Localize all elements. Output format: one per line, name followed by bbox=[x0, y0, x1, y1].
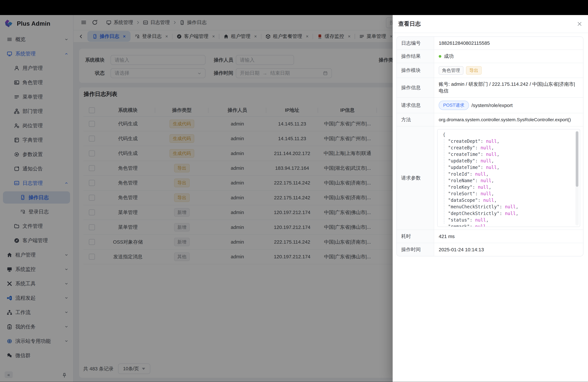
detail-row-log-id: 日志编号 1882612840802115585 bbox=[397, 37, 583, 50]
row-label: 请求信息 bbox=[397, 98, 434, 113]
indent-guide bbox=[444, 139, 444, 224]
code-line: "menuCheckStrictly": null, bbox=[443, 203, 571, 210]
detail-row-result: 操作结果 成功 bbox=[397, 50, 583, 63]
row-label: 操作结果 bbox=[397, 50, 434, 63]
drawer-header: 查看日志 bbox=[393, 15, 588, 33]
code-scrollbar bbox=[575, 130, 579, 226]
detail-row-method: 方法 org.dromara.system.controller.system.… bbox=[397, 113, 583, 127]
success-dot bbox=[439, 55, 441, 58]
code-line: "updateBy": null, bbox=[443, 157, 571, 164]
code-scrollbar-thumb[interactable] bbox=[576, 131, 578, 187]
code-line: "deptCheckStrictly": null, bbox=[443, 210, 571, 217]
row-label: 耗时 bbox=[397, 230, 434, 243]
detail-row-request: 请求信息 POST请求 /system/role/export bbox=[397, 98, 583, 113]
params-code-block: { "createDept": null,"createBy": null,"c… bbox=[437, 129, 580, 227]
code-lines: "createDept": null,"createBy": null,"cre… bbox=[443, 138, 571, 227]
code-line: "roleSort": null, bbox=[443, 190, 571, 197]
log-detail-drawer: 查看日志 日志编号 1882612840802115585 操作结果 成功 操作… bbox=[393, 15, 588, 382]
code-line: "dataScope": null, bbox=[443, 197, 571, 203]
post-method-tag: POST请求 bbox=[439, 101, 469, 110]
row-label: 操作模块 bbox=[397, 63, 434, 78]
drawer-body: 日志编号 1882612840802115585 操作结果 成功 操作模块 角色… bbox=[397, 36, 584, 256]
log-detail-table: 日志编号 1882612840802115585 操作结果 成功 操作模块 角色… bbox=[397, 36, 584, 256]
detail-row-module: 操作模块 角色管理 导出 bbox=[397, 63, 583, 78]
row-label: 方法 bbox=[397, 113, 434, 126]
code-line: "createTime": null, bbox=[443, 151, 571, 157]
module-tag: 角色管理 bbox=[439, 66, 463, 75]
row-label: 请求参数 bbox=[397, 127, 434, 230]
result-value: 成功 bbox=[444, 53, 454, 60]
code-line: "roleKey": null, bbox=[443, 184, 571, 190]
code-line: "roleId": null, bbox=[443, 171, 571, 177]
screen: Plus Admin 概览 系统管理 用户管理 角色管理 菜单管理 部门管理 岗… bbox=[0, 0, 588, 382]
code-line: "createDept": null, bbox=[443, 138, 571, 145]
code-line: "status": null, bbox=[443, 217, 571, 223]
detail-row-info: 操作信息 账号: admin / 研发部门 / 222.175.114.242 … bbox=[397, 78, 583, 98]
log-id-value: 1882612840802115585 bbox=[434, 37, 583, 50]
request-url: /system/role/export bbox=[472, 103, 513, 108]
drawer-title: 查看日志 bbox=[398, 20, 421, 28]
row-label: 日志编号 bbox=[397, 37, 434, 50]
action-tag: 导出 bbox=[466, 66, 482, 75]
app-window: Plus Admin 概览 系统管理 用户管理 角色管理 菜单管理 部门管理 岗… bbox=[0, 15, 588, 382]
detail-row-params: 请求参数 { "createDept": null,"createBy": nu… bbox=[397, 127, 583, 230]
code-line: "roleName": null, bbox=[443, 177, 571, 184]
code-line: "remark": null, bbox=[443, 223, 571, 227]
close-icon[interactable] bbox=[577, 21, 582, 27]
duration-value: 421 ms bbox=[434, 230, 583, 243]
row-label: 操作时间 bbox=[397, 243, 434, 256]
code-line: "createBy": null, bbox=[443, 145, 571, 151]
info-value: 账号: admin / 研发部门 / 222.175.114.242 / 中国|… bbox=[434, 78, 583, 97]
method-value: org.dromara.system.controller.system.Sys… bbox=[434, 113, 583, 126]
detail-row-duration: 耗时 421 ms bbox=[397, 230, 583, 243]
time-value: 2025-01-24 10:14:13 bbox=[434, 243, 583, 256]
detail-row-time: 操作时间 2025-01-24 10:14:13 bbox=[397, 243, 583, 256]
code-line: { bbox=[443, 131, 571, 138]
row-label: 操作信息 bbox=[397, 78, 434, 97]
code-line: "updateTime": null, bbox=[443, 164, 571, 170]
